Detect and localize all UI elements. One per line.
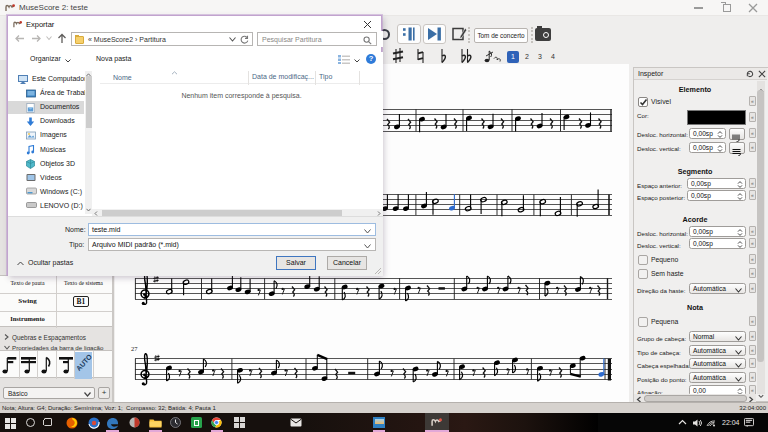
svg-text:27: 27 — [131, 345, 138, 352]
